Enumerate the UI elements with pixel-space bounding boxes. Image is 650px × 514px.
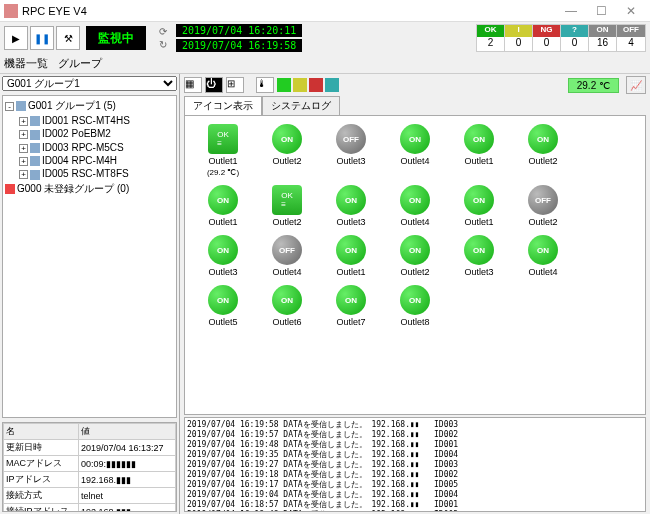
plug-icon[interactable]: ⏻: [205, 77, 223, 93]
outlet-item[interactable]: ONOutlet1: [321, 235, 381, 277]
temperature-badge: 29.2 ℃: [568, 78, 619, 93]
tab-system-log[interactable]: システムログ: [262, 96, 340, 115]
menu-groups[interactable]: グループ: [58, 56, 102, 71]
outlet-label: Outlet4: [400, 217, 429, 227]
log-panel[interactable]: 2019/07/04 16:19:58 DATAを受信しました。 192.168…: [184, 417, 646, 512]
outlet-label: Outlet6: [272, 317, 301, 327]
outlet-off-icon[interactable]: OFF: [336, 124, 366, 154]
status-summary: OK2I0NG0?0ON16OFF4: [476, 24, 646, 52]
outlet-panel: OK≡Outlet1(29.2 ℃)ONOutlet2OFFOutlet3ONO…: [184, 115, 646, 415]
outlet-label: Outlet2: [272, 156, 301, 166]
outlet-item[interactable]: OK≡Outlet1(29.2 ℃): [193, 124, 253, 177]
app-icon: [4, 4, 18, 18]
outlet-on-icon[interactable]: ON: [336, 185, 366, 215]
outlet-on-icon[interactable]: ON: [336, 235, 366, 265]
outlet-item[interactable]: ONOutlet4: [385, 185, 445, 227]
outlet-on-icon[interactable]: ON: [272, 285, 302, 315]
tree-node[interactable]: G000 未登録グループ (0): [5, 181, 174, 197]
outlet-on-icon[interactable]: ON: [272, 124, 302, 154]
outlet-item[interactable]: OK≡Outlet2: [257, 185, 317, 227]
outlet-ok-icon[interactable]: OK≡: [272, 185, 302, 215]
close-button[interactable]: ✕: [616, 1, 646, 21]
outlet-on-icon[interactable]: ON: [400, 185, 430, 215]
outlet-label: Outlet1: [208, 217, 237, 227]
outlet-label: Outlet3: [336, 156, 365, 166]
tree-node[interactable]: +ID004 RPC-M4H: [5, 154, 174, 167]
tree-node[interactable]: +ID001 RSC-MT4HS: [5, 114, 174, 127]
outlet-on-icon[interactable]: ON: [208, 235, 238, 265]
outlet-label: Outlet3: [464, 267, 493, 277]
outlet-label: Outlet1: [464, 156, 493, 166]
outlet-on-icon[interactable]: ON: [464, 235, 494, 265]
thermometer-icon[interactable]: 🌡: [256, 77, 274, 93]
outlet-item[interactable]: ONOutlet3: [321, 185, 381, 227]
outlet-item[interactable]: ONOutlet5: [193, 285, 253, 327]
outlet-on-icon[interactable]: ON: [336, 285, 366, 315]
tree-node[interactable]: -G001 グループ1 (5): [5, 98, 174, 114]
prop-value: 192.168.▮▮▮: [78, 472, 175, 488]
color-filter[interactable]: [309, 78, 323, 92]
outlet-label: Outlet2: [528, 156, 557, 166]
outlet-off-icon[interactable]: OFF: [272, 235, 302, 265]
group-select[interactable]: G001 グループ1: [2, 76, 177, 91]
color-filter[interactable]: [277, 78, 291, 92]
outlet-item[interactable]: ONOutlet1: [193, 185, 253, 227]
outlet-temp: (29.2 ℃): [207, 168, 239, 177]
outlet-item[interactable]: ONOutlet2: [385, 235, 445, 277]
status-header: I: [505, 25, 532, 37]
outlet-on-icon[interactable]: ON: [464, 185, 494, 215]
tree-node[interactable]: +ID005 RSC-MT8FS: [5, 167, 174, 180]
outlet-item[interactable]: ONOutlet7: [321, 285, 381, 327]
outlet-item[interactable]: ONOutlet8: [385, 285, 445, 327]
outlet-label: Outlet4: [272, 267, 301, 277]
tree-node[interactable]: +ID003 RPC-M5CS: [5, 141, 174, 154]
properties-table: 名値更新日時2019/07/04 16:13:27MACアドレス00:09:▮▮…: [2, 422, 177, 512]
outlet-item[interactable]: OFFOutlet4: [257, 235, 317, 277]
monitor-status-badge: 監視中: [86, 26, 146, 50]
tree-node[interactable]: +ID002 PoEBM2: [5, 127, 174, 140]
outlet-on-icon[interactable]: ON: [400, 235, 430, 265]
outlet-ok-icon[interactable]: OK≡: [208, 124, 238, 154]
tools-button[interactable]: ⚒: [56, 26, 80, 50]
outlet-item[interactable]: ONOutlet2: [513, 124, 573, 177]
outlet-item[interactable]: OFFOutlet2: [513, 185, 573, 227]
outlet-on-icon[interactable]: ON: [528, 235, 558, 265]
minimize-button[interactable]: —: [556, 1, 586, 21]
view-button-1[interactable]: ▦: [184, 77, 202, 93]
color-filter[interactable]: [325, 78, 339, 92]
color-filter[interactable]: [293, 78, 307, 92]
outlet-item[interactable]: ONOutlet1: [449, 185, 509, 227]
outlet-item[interactable]: ONOutlet1: [449, 124, 509, 177]
view-button-2[interactable]: ⊞: [226, 77, 244, 93]
outlet-off-icon[interactable]: OFF: [528, 185, 558, 215]
prop-name: IPアドレス: [4, 472, 79, 488]
status-value: 16: [589, 37, 616, 51]
pause-button[interactable]: ❚❚: [30, 26, 54, 50]
tab-icon-view[interactable]: アイコン表示: [184, 96, 262, 115]
outlet-item[interactable]: ONOutlet3: [449, 235, 509, 277]
outlet-label: Outlet5: [208, 317, 237, 327]
outlet-on-icon[interactable]: ON: [208, 285, 238, 315]
outlet-on-icon[interactable]: ON: [528, 124, 558, 154]
outlet-item[interactable]: ONOutlet4: [385, 124, 445, 177]
outlet-label: Outlet1: [464, 217, 493, 227]
outlet-item[interactable]: ONOutlet6: [257, 285, 317, 327]
play-button[interactable]: ▶: [4, 26, 28, 50]
outlet-label: Outlet7: [336, 317, 365, 327]
outlet-on-icon[interactable]: ON: [400, 285, 430, 315]
outlet-item[interactable]: OFFOutlet3: [321, 124, 381, 177]
outlet-item[interactable]: ONOutlet3: [193, 235, 253, 277]
outlet-on-icon[interactable]: ON: [464, 124, 494, 154]
outlet-on-icon[interactable]: ON: [400, 124, 430, 154]
menu-devices[interactable]: 機器一覧: [4, 56, 48, 71]
chart-button[interactable]: 📈: [626, 76, 646, 94]
outlet-label: Outlet8: [400, 317, 429, 327]
outlet-on-icon[interactable]: ON: [208, 185, 238, 215]
sync-icon[interactable]: ↻: [156, 39, 170, 51]
outlet-label: Outlet2: [400, 267, 429, 277]
outlet-item[interactable]: ONOutlet2: [257, 124, 317, 177]
outlet-item[interactable]: ONOutlet4: [513, 235, 573, 277]
refresh-icon[interactable]: ⟳: [156, 26, 170, 38]
maximize-button[interactable]: ☐: [586, 1, 616, 21]
device-tree[interactable]: -G001 グループ1 (5)+ID001 RSC-MT4HS+ID002 Po…: [2, 95, 177, 418]
